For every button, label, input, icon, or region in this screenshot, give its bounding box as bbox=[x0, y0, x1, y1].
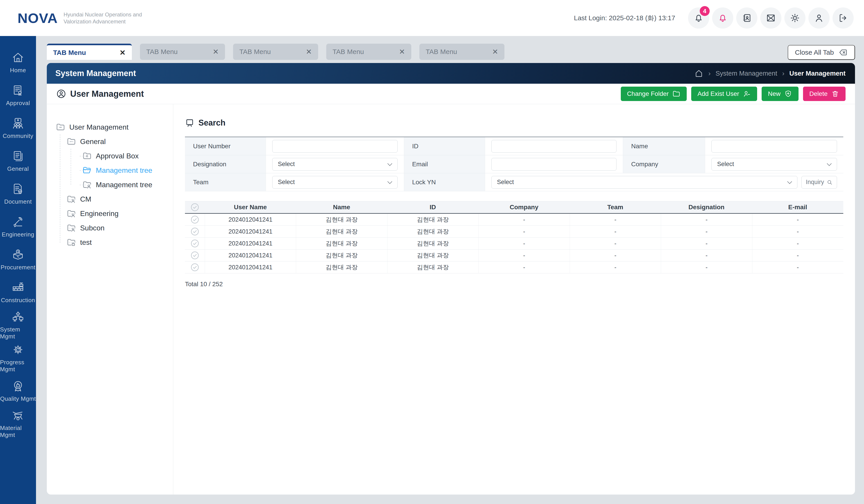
tree-item-general[interactable]: General bbox=[56, 134, 169, 149]
table-row[interactable]: 2024012041241 김현대 과장 김현대 과장 - - - - bbox=[185, 214, 843, 226]
sidebar-label: Approval bbox=[6, 100, 30, 107]
mail-button[interactable] bbox=[760, 8, 781, 28]
sidebar-item-quality-mgmt[interactable]: Quality Mgmt bbox=[0, 374, 36, 407]
row-check[interactable] bbox=[185, 214, 205, 226]
sidebar-label: General bbox=[7, 165, 29, 172]
cell-designation: - bbox=[661, 262, 752, 273]
sidebar-item-document[interactable]: Document bbox=[0, 177, 36, 210]
lock-yn-select[interactable]: Select bbox=[491, 176, 797, 189]
id-input[interactable] bbox=[491, 140, 617, 153]
profile-button[interactable] bbox=[808, 8, 830, 28]
tab-menu-2[interactable]: TAB Menu ✕ bbox=[140, 44, 225, 60]
mail-icon bbox=[766, 13, 776, 23]
cell-email: - bbox=[752, 250, 843, 261]
check-circle-icon bbox=[190, 227, 199, 236]
sidebar-item-construction[interactable]: Construction bbox=[0, 276, 36, 309]
folder-user-icon bbox=[67, 223, 76, 233]
cell-name: 김현대 과장 bbox=[296, 250, 387, 261]
table-row[interactable]: 2024012041241 김현대 과장 김현대 과장 - - - - bbox=[185, 238, 843, 250]
change-folder-label: Change Folder bbox=[627, 90, 669, 97]
tree-item-management-tree-selected[interactable]: Management tree bbox=[56, 163, 169, 178]
sidebar-item-progress-mgmt[interactable]: Progress Mgmt bbox=[0, 341, 36, 374]
sidebar-item-home[interactable]: Home bbox=[0, 46, 36, 79]
sidebar-item-general[interactable]: General bbox=[0, 144, 36, 177]
sidebar-label: System Mgmt bbox=[0, 326, 36, 340]
team-select[interactable]: Select bbox=[272, 176, 398, 189]
tab-close-icon[interactable]: ✕ bbox=[119, 48, 125, 57]
row-check[interactable] bbox=[185, 250, 205, 261]
cell-name: 김현대 과장 bbox=[296, 226, 387, 237]
breadcrumb-system-management[interactable]: System Management bbox=[716, 70, 777, 77]
cell-team: - bbox=[570, 250, 661, 261]
email-input[interactable] bbox=[491, 158, 617, 170]
sidebar-item-approval[interactable]: Approval bbox=[0, 79, 36, 112]
search-form: User Number ID Name Designation Select E… bbox=[185, 136, 843, 191]
change-folder-button[interactable]: Change Folder bbox=[621, 87, 687, 101]
tab-close-icon[interactable]: ✕ bbox=[306, 47, 312, 56]
add-exist-user-button[interactable]: Add Exist User bbox=[691, 87, 757, 101]
user-number-input[interactable] bbox=[272, 140, 398, 153]
row-check[interactable] bbox=[185, 262, 205, 273]
progress-gear-icon bbox=[11, 343, 25, 356]
tree-item-test[interactable]: test bbox=[56, 235, 169, 250]
tab-menu-4[interactable]: TAB Menu ✕ bbox=[326, 44, 411, 60]
cell-team: - bbox=[570, 214, 661, 226]
folder-tree-panel: User Management General Approval Box Man… bbox=[47, 104, 173, 494]
designation-select[interactable]: Select bbox=[272, 158, 398, 170]
settings-button[interactable] bbox=[784, 8, 805, 28]
check-circle-icon bbox=[190, 251, 199, 260]
table-row[interactable]: 2024012041241 김현대 과장 김현대 과장 - - - - bbox=[185, 250, 843, 262]
tree-item-label: test bbox=[80, 238, 92, 247]
page-title: User Management bbox=[56, 89, 144, 99]
tab-menu-1[interactable]: TAB Menu ✕ bbox=[47, 44, 132, 60]
tree-item-user-management[interactable]: User Management bbox=[56, 120, 169, 134]
tab-close-icon[interactable]: ✕ bbox=[213, 47, 219, 56]
logo-block[interactable]: NOVA Hyundai Nuclear Operations and Valo… bbox=[0, 10, 142, 26]
cell-team: - bbox=[570, 238, 661, 249]
add-exist-user-label: Add Exist User bbox=[697, 90, 739, 97]
sidebar-item-engineering[interactable]: Engineering bbox=[0, 210, 36, 243]
trash-icon bbox=[831, 90, 839, 98]
sidebar-item-procurement[interactable]: Procurement bbox=[0, 243, 36, 276]
close-all-tab-button[interactable]: Close All Tab bbox=[788, 45, 855, 60]
inquiry-button[interactable]: Inquiry bbox=[802, 176, 837, 189]
tab-menu-5[interactable]: TAB Menu ✕ bbox=[419, 44, 504, 60]
tree-item-engineering[interactable]: Engineering bbox=[56, 206, 169, 221]
table-row[interactable]: 2024012041241 김현대 과장 김현대 과장 - - - - bbox=[185, 226, 843, 238]
company-select[interactable]: Select bbox=[711, 158, 837, 170]
table-row[interactable]: 2024012041241 김현대 과장 김현대 과장 - - - - bbox=[185, 262, 843, 273]
id-label: ID bbox=[404, 137, 485, 155]
tab-close-icon[interactable]: ✕ bbox=[399, 47, 405, 56]
total-count-text: Total 10 / 252 bbox=[185, 280, 843, 288]
tab-menu-3[interactable]: TAB Menu ✕ bbox=[233, 44, 318, 60]
folder-user-icon bbox=[67, 209, 76, 218]
row-check[interactable] bbox=[185, 238, 205, 249]
delete-button[interactable]: Delete bbox=[803, 87, 845, 101]
company-label: Company bbox=[623, 155, 705, 173]
folder-minus-icon bbox=[56, 122, 65, 132]
sidebar-item-material-mgmt[interactable]: Material Mgmt bbox=[0, 407, 36, 440]
tab-close-icon[interactable]: ✕ bbox=[492, 47, 498, 56]
page-title-text: User Management bbox=[70, 89, 144, 99]
new-button[interactable]: New bbox=[761, 87, 799, 101]
logout-button[interactable] bbox=[832, 8, 854, 28]
tree-item-subcon[interactable]: Subcon bbox=[56, 221, 169, 235]
breadcrumb-separator: › bbox=[708, 70, 710, 77]
select-all-check[interactable] bbox=[185, 201, 205, 213]
notification-bell-button[interactable]: 4 bbox=[688, 8, 709, 28]
sidebar-item-community[interactable]: Community bbox=[0, 112, 36, 144]
sidebar-label: Engineering bbox=[2, 231, 34, 238]
alert-bell-button[interactable] bbox=[712, 8, 733, 28]
cell-email: - bbox=[752, 214, 843, 226]
name-input[interactable] bbox=[711, 140, 837, 153]
contacts-button[interactable] bbox=[736, 8, 757, 28]
tree-item-cm[interactable]: CM bbox=[56, 192, 169, 206]
sidebar-item-system-mgmt[interactable]: System Mgmt bbox=[0, 309, 36, 341]
tagline-line1: Hyundai Nuclear Operations and bbox=[64, 11, 142, 18]
row-check[interactable] bbox=[185, 226, 205, 237]
cell-id: 김현대 과장 bbox=[387, 226, 478, 237]
tree-item-approval-box[interactable]: Approval Box bbox=[56, 149, 169, 163]
tree-item-management-tree[interactable]: Management tree bbox=[56, 178, 169, 192]
folder-lock-icon bbox=[67, 238, 76, 247]
breadcrumb-home-icon[interactable] bbox=[694, 69, 703, 78]
